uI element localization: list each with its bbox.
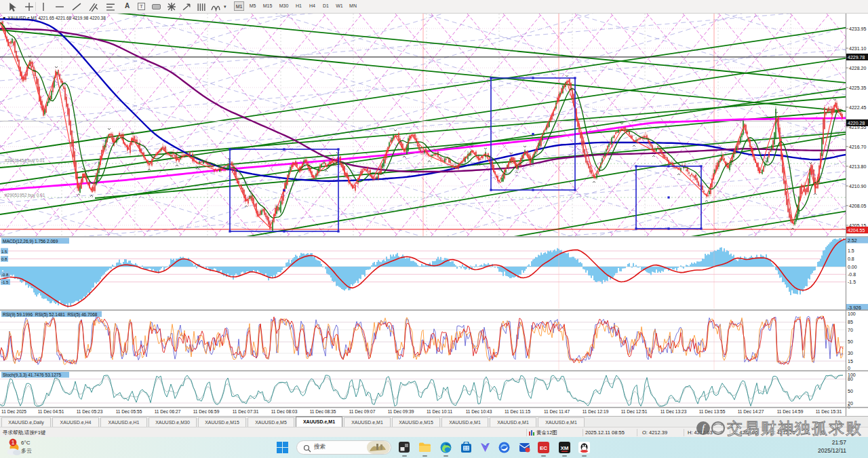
svg-text:4220.28: 4220.28 [848,121,865,126]
svg-text:85: 85 [848,320,853,324]
svg-text:11 Dec 15:31: 11 Dec 15:31 [816,409,842,414]
svg-text:0: 0 [848,404,850,409]
svg-text:11 Dec 12:19: 11 Dec 12:19 [583,409,609,414]
svg-text:0.8: 0.8 [1,257,7,261]
svg-text:#29051952 buy 0.01: #29051952 buy 0.01 [5,193,45,198]
svg-text:1: 1 [12,439,15,446]
svg-text:11 Dec 06:27: 11 Dec 06:27 [155,409,181,414]
svg-text:4208.05: 4208.05 [849,204,866,208]
svg-text:11 Dec 07:31: 11 Dec 07:31 [233,409,259,414]
svg-text:11 Dec 14:59: 11 Dec 14:59 [777,409,804,414]
svg-text:11 Dec 05:55: 11 Dec 05:55 [116,409,142,414]
svg-text:11 Dec 11:15: 11 Dec 11:15 [505,409,531,414]
svg-text:#29011454 buy 0.01: #29011454 buy 0.01 [5,158,45,164]
svg-text:80: 80 [848,377,853,381]
svg-text:11 Dec 09:39: 11 Dec 09:39 [388,409,414,414]
svg-text:15: 15 [848,359,853,364]
svg-text:MACD(12,26,9) 1.756 2.069: MACD(12,26,9) 1.756 2.069 [3,239,58,244]
svg-text:-1.5: -1.5 [1,280,9,284]
svg-text:11 Dec 08:03: 11 Dec 08:03 [271,409,298,414]
svg-text:0.8: 0.8 [848,256,854,261]
svg-text:11 Dec 08:35: 11 Dec 08:35 [310,409,336,414]
svg-text:4228.20: 4228.20 [849,66,866,71]
svg-text:▼ XAUUSD.e,M1 4221.65 4221.68: ▼ XAUUSD.e,M1 4221.65 4221.68 4219.98 42… [2,16,106,20]
svg-text:4229.78: 4229.78 [848,55,865,60]
svg-text:11 Dec 13:23: 11 Dec 13:23 [660,409,687,414]
svg-text:RSI(9) 59.1996 RSI(5) 52.1481: RSI(9) 59.1996 RSI(5) 52.1481 RSI(5) 46.… [3,312,98,318]
svg-text:4222.45: 4222.45 [849,105,866,110]
svg-text:11 Dec 04:51: 11 Dec 04:51 [38,409,64,414]
svg-text:11 Dec 12:51: 11 Dec 12:51 [621,409,648,414]
svg-text:-3.926: -3.926 [848,305,861,310]
svg-text:11 Dec 11:47: 11 Dec 11:47 [544,409,570,414]
svg-text:50: 50 [848,339,853,344]
svg-text:4213.80: 4213.80 [849,164,866,169]
svg-text:11 Dec 06:59: 11 Dec 06:59 [193,409,220,414]
svg-text:-0.8: -0.8 [1,273,9,277]
svg-text:11 Dec 10:43: 11 Dec 10:43 [466,409,492,414]
svg-text:4231.10: 4231.10 [849,46,866,51]
svg-text:30: 30 [848,351,853,356]
svg-text:11 Dec 13:55: 11 Dec 13:55 [699,409,726,414]
svg-text:11 Dec 14:27: 11 Dec 14:27 [738,409,764,414]
svg-text:4216.70: 4216.70 [849,145,866,149]
svg-text:1.5: 1.5 [848,248,854,253]
svg-text:100: 100 [848,311,856,316]
svg-text:Stoch(9,3,3) 41.7476 53.1275: Stoch(9,3,3) 41.7476 53.1275 [3,373,61,378]
svg-text:4204.55: 4204.55 [848,228,865,233]
svg-text:EC: EC [540,445,547,451]
svg-text:11 Dec 10:11: 11 Dec 10:11 [427,409,453,414]
svg-text:11 Dec 09:07: 11 Dec 09:07 [349,409,376,414]
svg-text:70: 70 [848,328,853,332]
svg-text:-0.8: -0.8 [848,272,856,277]
svg-text:0: 0 [848,366,850,370]
svg-text:2.52: 2.52 [848,238,857,243]
svg-text:4233.95: 4233.95 [849,26,866,31]
svg-text:XM: XM [561,445,569,451]
svg-text:11 Dec 2025: 11 Dec 2025 [1,409,26,414]
svg-text:1.5: 1.5 [1,250,7,254]
svg-text:11 Dec 05:23: 11 Dec 05:23 [77,409,103,414]
svg-text:4210.90: 4210.90 [849,184,866,189]
svg-text:-1.5: -1.5 [848,280,856,284]
svg-text:0.00: 0.00 [848,265,857,269]
svg-text:50: 50 [848,389,853,394]
svg-text:4225.35: 4225.35 [849,85,866,90]
